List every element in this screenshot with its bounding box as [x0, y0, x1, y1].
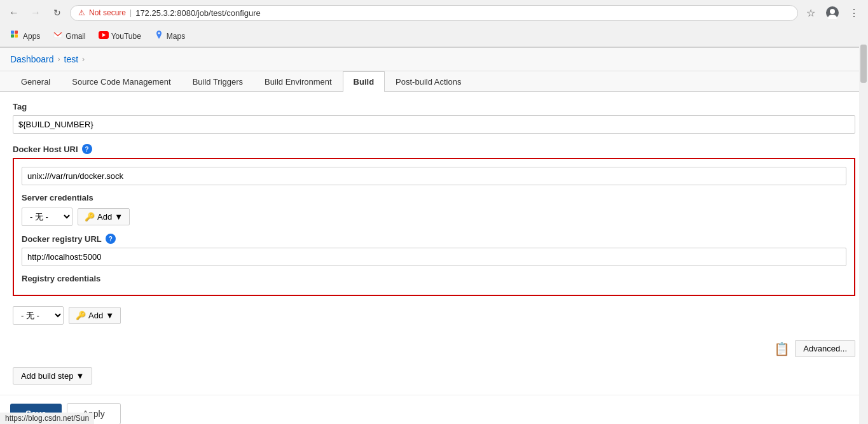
advanced-button[interactable]: Advanced... [795, 340, 855, 357]
tab-build-environment[interactable]: Build Environment [254, 71, 343, 92]
scrollbar-thumb[interactable] [860, 45, 867, 83]
reload-button[interactable]: ↻ [48, 4, 66, 22]
svg-point-1 [830, 9, 835, 14]
profile-button[interactable] [823, 4, 841, 22]
youtube-label: YouTube [111, 32, 141, 41]
forward-button[interactable]: → [27, 4, 45, 22]
svg-point-10 [158, 32, 160, 34]
page-content: Dashboard › test › General Source Code M… [0, 48, 868, 424]
add-build-step-row: Add build step ▼ [13, 367, 855, 385]
main-content: Tag Docker Host URI ? Server credentials… [0, 92, 868, 395]
breadcrumb-test[interactable]: test [64, 54, 79, 64]
registry-credentials-label: Registry credentials [22, 274, 846, 283]
add-build-step-button[interactable]: Add build step ▼ [13, 367, 92, 385]
docker-host-uri-label-row: Docker Host URI ? [13, 144, 855, 154]
add-build-step-arrow: ▼ [76, 371, 84, 381]
registry-credentials-row: - 无 - 🔑 Add ▼ [13, 306, 855, 325]
add-label: Add [97, 212, 112, 222]
add-build-step-label: Add build step [21, 371, 73, 381]
maps-icon [154, 30, 164, 42]
separator: | [130, 8, 132, 17]
docker-host-uri-label: Docker Host URI [13, 145, 78, 154]
bookmark-maps[interactable]: Maps [149, 28, 190, 44]
apps-label: Apps [23, 32, 40, 41]
svg-rect-3 [11, 31, 14, 34]
bookmark-youtube[interactable]: YouTube [93, 28, 146, 44]
server-credentials-add-button[interactable]: 🔑 Add ▼ [78, 208, 130, 225]
browser-toolbar: ← → ↻ ⚠ Not secure | 172.25.3.2:8080/job… [0, 0, 868, 25]
gmail-icon [53, 30, 63, 42]
youtube-icon [99, 30, 109, 42]
browser-chrome: ← → ↻ ⚠ Not secure | 172.25.3.2:8080/job… [0, 0, 868, 48]
bookmark-apps[interactable]: Apps [5, 28, 45, 44]
docker-registry-url-input[interactable] [22, 248, 846, 266]
key-icon-2: 🔑 [76, 311, 86, 320]
tab-source-code-management[interactable]: Source Code Management [61, 71, 181, 92]
profile-icon [826, 6, 839, 19]
tab-build[interactable]: Build [343, 71, 385, 92]
tag-label: Tag [13, 102, 855, 111]
address-text: 172.25.3.2:8080/job/test/configure [135, 8, 790, 18]
server-credentials-row: - 无 - 🔑 Add ▼ [22, 208, 846, 226]
docker-registry-url-label-row: Docker registry URL ? [22, 234, 846, 244]
tabs-container: General Source Code Management Build Tri… [0, 71, 868, 92]
notepad-icon: 📋 [774, 341, 790, 357]
breadcrumb-arrow-1: › [58, 55, 60, 64]
back-button[interactable]: ← [5, 4, 23, 22]
scrollbar[interactable] [859, 0, 868, 424]
advanced-row: 📋 Advanced... [13, 335, 855, 362]
server-credentials-label: Server credentials [22, 193, 846, 202]
tab-general[interactable]: General [10, 71, 61, 92]
breadcrumb: Dashboard › test › [0, 48, 868, 71]
security-warning-text: Not secure [89, 8, 126, 17]
docker-registry-url-help-icon[interactable]: ? [106, 234, 116, 244]
docker-config-box: Server credentials - 无 - 🔑 Add ▼ [13, 158, 855, 296]
apps-icon [10, 30, 20, 42]
docker-host-uri-help-icon[interactable]: ? [82, 144, 92, 154]
breadcrumb-dashboard[interactable]: Dashboard [10, 54, 54, 64]
docker-registry-url-label: Docker registry URL [22, 234, 102, 244]
registry-credentials-section-inside: Registry credentials [22, 274, 846, 283]
svg-rect-6 [15, 34, 18, 38]
address-bar[interactable]: ⚠ Not secure | 172.25.3.2:8080/job/test/… [70, 5, 798, 21]
docker-host-uri-input[interactable] [22, 167, 846, 185]
registry-credentials-add-button[interactable]: 🔑 Add ▼ [69, 307, 121, 324]
security-warning-icon: ⚠ [78, 8, 85, 17]
tag-section: Tag [13, 102, 855, 134]
tag-input[interactable] [13, 115, 855, 134]
docker-host-uri-section: Docker Host URI ? Server credentials - 无… [13, 144, 855, 325]
server-credentials-select[interactable]: - 无 - [22, 208, 72, 226]
gmail-label: Gmail [65, 32, 85, 41]
bookmark-star-button[interactable]: ☆ [802, 4, 820, 22]
docker-registry-url-section: Docker registry URL ? [22, 234, 846, 266]
tab-post-build-actions[interactable]: Post-build Actions [385, 71, 472, 92]
maps-label: Maps [167, 32, 185, 41]
registry-credentials-select[interactable]: - 无 - [13, 306, 64, 325]
svg-rect-5 [11, 34, 14, 38]
bookmarks-bar: Apps Gmail YouTube [0, 25, 868, 47]
svg-rect-4 [15, 31, 18, 34]
add-dropdown-arrow: ▼ [114, 212, 123, 222]
tab-build-triggers[interactable]: Build Triggers [182, 71, 254, 92]
key-icon: 🔑 [85, 212, 95, 222]
action-buttons: Save Apply [0, 395, 868, 424]
bookmark-gmail[interactable]: Gmail [48, 28, 90, 44]
breadcrumb-arrow-2: › [82, 55, 85, 64]
add-dropdown-arrow-2: ▼ [106, 311, 114, 320]
server-credentials-section: Server credentials - 无 - 🔑 Add ▼ [22, 193, 846, 226]
add-label-2: Add [88, 311, 103, 320]
status-bar: https://blog.csdn.net/Sun [0, 413, 94, 424]
